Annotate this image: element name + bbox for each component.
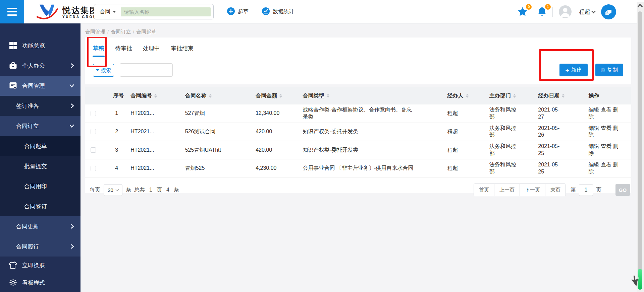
column-header-amount[interactable]: 合同金额	[253, 87, 300, 104]
sidebar-item-10[interactable]: 合同履行	[0, 236, 80, 257]
column-header-handler[interactable]: 经办人	[445, 87, 487, 104]
edit-link[interactable]: 编辑	[589, 125, 599, 131]
chevron-down-icon	[115, 188, 119, 191]
edit-link[interactable]: 编辑	[589, 143, 599, 149]
tab-草稿[interactable]: 草稿	[93, 38, 104, 59]
date-cell: 2021-05-27	[535, 104, 586, 123]
sidebar-item-label: 功能总览	[22, 42, 45, 50]
prev-page-button[interactable]: 上一页	[494, 184, 520, 196]
breadcrumb-item[interactable]: 合同订立	[111, 29, 131, 34]
tab-处理中[interactable]: 处理中	[143, 38, 160, 59]
tab-待审批[interactable]: 待审批	[115, 38, 132, 59]
sidebar-item-4[interactable]: 合同订立	[0, 116, 80, 136]
last-page-button[interactable]: 末页	[545, 184, 566, 196]
total-pages: 1	[149, 187, 152, 193]
table-header-row: 序号合同编号合同名称合同金额合同类型经办人主办部门经办日期操作	[85, 87, 631, 104]
sidebar-item-1[interactable]: 个人办公	[0, 56, 80, 76]
avatar[interactable]	[559, 5, 572, 18]
breadcrumb-item[interactable]: 合同管理	[85, 29, 105, 34]
amount-cell: 4,230.00	[253, 159, 300, 177]
name-cell: 525冒烟UAThtt	[182, 141, 253, 159]
handler-cell: 程超	[445, 141, 487, 159]
view-link[interactable]: 查看	[601, 107, 611, 113]
page-jump-input[interactable]	[579, 184, 593, 196]
sort-icon[interactable]	[209, 94, 212, 98]
sidebar-item-label: 合同签订	[24, 203, 47, 210]
breadcrumb: 合同管理/合同订立/合同起草	[85, 29, 156, 35]
page-size-select[interactable]: 20	[104, 184, 122, 196]
edit-link[interactable]: 编辑	[589, 107, 599, 113]
type-cell: 公用事业合同 〔非主营业务〕-供用自来水合同	[300, 159, 445, 177]
view-link[interactable]: 查看	[601, 162, 611, 167]
quick-actions: 起草 数据统计	[227, 0, 294, 23]
sort-icon[interactable]	[327, 94, 329, 98]
contract-icon	[8, 81, 17, 90]
main-content: 合同管理/合同订立/合同起草 草稿待审批处理中审批结束 搜索 + 新建 © 复制	[80, 23, 644, 292]
sidebar-item-5-active[interactable]: 合同起草	[0, 136, 80, 156]
row-checkbox[interactable]	[91, 166, 96, 171]
sidebar-item-0[interactable]: 功能总览	[0, 35, 80, 56]
user-menu[interactable]: 程超	[579, 8, 595, 16]
sort-icon[interactable]	[562, 94, 565, 98]
favorites-button[interactable]: 0	[518, 7, 528, 18]
name-cell: 冒烟525	[182, 159, 253, 177]
column-header-date[interactable]: 经办日期	[535, 87, 586, 104]
sidebar-item-12[interactable]: 看板样式	[0, 274, 80, 291]
notifications-badge: 1	[545, 4, 551, 10]
index-cell: 1	[105, 104, 128, 123]
view-link[interactable]: 查看	[601, 143, 611, 149]
tab-审批结束[interactable]: 审批结束	[171, 38, 194, 59]
sidebar-item-11[interactable]: 立即换肤	[0, 257, 80, 274]
view-link[interactable]: 查看	[601, 125, 611, 131]
scroll-up-icon[interactable]	[637, 3, 643, 9]
column-label: 操作	[589, 92, 599, 99]
new-button[interactable]: + 新建	[559, 64, 588, 76]
search-button[interactable]: 搜索	[93, 64, 114, 77]
column-header-dept[interactable]: 主办部门	[487, 87, 535, 104]
sidebar-item-3[interactable]: 签订准备	[0, 96, 80, 116]
edit-link[interactable]: 编辑	[589, 162, 599, 167]
column-label: 合同编号	[130, 92, 152, 99]
sidebar-item-label: 批量提交	[24, 162, 47, 170]
statistics-button[interactable]: 数据统计	[262, 7, 294, 16]
row-checkbox[interactable]	[91, 111, 96, 116]
sidebar-item-2[interactable]: 合同管理	[0, 76, 80, 96]
page-jump: 第 页	[571, 184, 601, 196]
row-checkbox[interactable]	[91, 147, 96, 153]
column-header-name[interactable]: 合同名称	[182, 87, 253, 104]
workspace-switcher-button[interactable]	[601, 4, 616, 19]
sidebar-item-8[interactable]: 合同签订	[0, 196, 80, 216]
search-category-dropdown[interactable]: 合同	[94, 8, 121, 15]
sidebar-item-6[interactable]: 批量提交	[0, 156, 80, 176]
sort-icon[interactable]	[279, 94, 282, 98]
sort-icon[interactable]	[466, 94, 469, 98]
copy-button[interactable]: © 复制	[595, 64, 623, 76]
vertical-scrollbar[interactable]	[637, 2, 644, 292]
header-divider	[552, 7, 553, 17]
sort-icon[interactable]	[513, 94, 516, 98]
column-header-code[interactable]: 合同编号	[128, 87, 182, 104]
sort-icon[interactable]	[154, 94, 157, 98]
chevron-right-icon	[70, 103, 74, 108]
amount-cell: 420.00	[253, 123, 300, 141]
per-page-label: 每页	[90, 187, 100, 194]
draft-button[interactable]: 起草	[227, 7, 249, 16]
menu-toggle-button[interactable]	[0, 0, 24, 23]
filter-input[interactable]	[120, 63, 173, 77]
breadcrumb-item[interactable]: 合同起草	[136, 29, 156, 34]
go-button[interactable]: GO	[615, 184, 630, 196]
row-checkbox[interactable]	[91, 129, 96, 134]
first-page-button[interactable]: 首页	[474, 184, 494, 196]
search-input[interactable]: 请输入名称	[121, 7, 211, 16]
content-card: 草稿待审批处理中审批结束 搜索 + 新建 © 复制	[85, 38, 631, 193]
notifications-button[interactable]: 1	[537, 7, 547, 18]
chart-circle-icon	[262, 7, 270, 16]
page: 悦达集团 YUEDA GROUP 合同 请输入名称 起草	[0, 0, 644, 292]
column-label: 合同名称	[185, 92, 207, 99]
sidebar-item-9[interactable]: 合同更新	[0, 216, 80, 236]
column-header-type[interactable]: 合同类型	[300, 87, 445, 104]
scrollbar-thumb[interactable]	[638, 11, 642, 272]
total-items: 4	[166, 187, 169, 193]
sidebar-item-7[interactable]: 合同用印	[0, 176, 80, 196]
next-page-button[interactable]: 下一页	[520, 184, 545, 196]
